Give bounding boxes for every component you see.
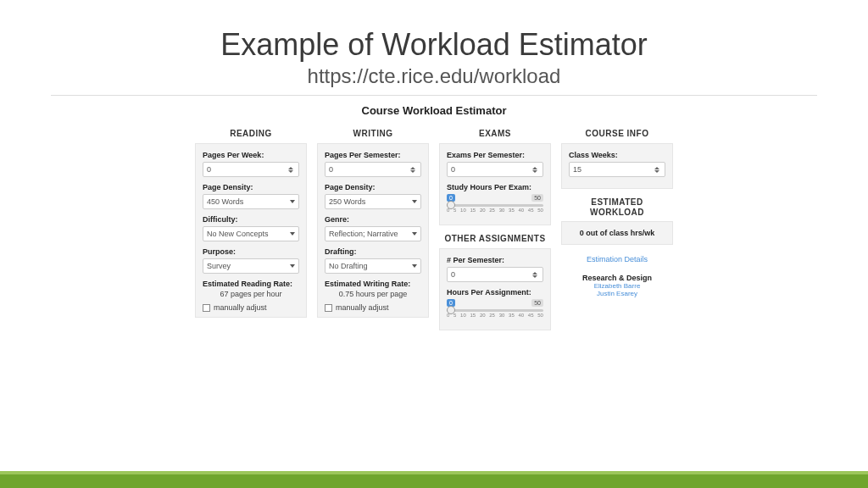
writing-rate-value: 0.75 hours per page xyxy=(325,290,421,298)
slider-ticks: 05101520253035404550 xyxy=(447,208,543,213)
slide-subtitle: https://cte.rice.edu/workload xyxy=(51,64,817,88)
credits-heading: Research & Design xyxy=(561,274,673,282)
reading-difficulty-select[interactable]: No New Concepts xyxy=(203,226,299,241)
other-hours-slider[interactable]: 0 50 05101520253035404550 xyxy=(447,299,543,323)
stepper-icon xyxy=(288,167,295,173)
chevron-down-icon xyxy=(290,200,295,203)
stepper-icon xyxy=(410,167,417,173)
course-heading: COURSE INFO xyxy=(561,129,673,138)
credits-name-2[interactable]: Justin Esarey xyxy=(561,290,673,297)
estimate-value: 0 out of class hrs/wk xyxy=(561,221,673,245)
course-weeks-label: Class Weeks: xyxy=(569,151,665,159)
course-weeks-input[interactable]: 15 xyxy=(569,162,665,177)
course-column: COURSE INFO Class Weeks: 15 ESTIMATED WO… xyxy=(561,129,673,339)
reading-pages-input[interactable]: 0 xyxy=(203,162,299,177)
reading-purpose-select[interactable]: Survey xyxy=(203,258,299,274)
slider-max-bubble: 50 xyxy=(531,194,543,202)
chevron-down-icon xyxy=(290,264,295,268)
reading-density-label: Page Density: xyxy=(203,183,299,191)
slider-ticks: 05101520253035404550 xyxy=(447,313,543,318)
divider xyxy=(51,95,817,96)
exams-study-label: Study Hours Per Exam: xyxy=(447,183,543,191)
exams-heading: EXAMS xyxy=(439,129,551,138)
exams-persem-label: Exams Per Semester: xyxy=(447,151,543,159)
reading-rate-label: Estimated Reading Rate: xyxy=(203,280,299,288)
writing-panel: Pages Per Semester: 0 Page Density: 250 … xyxy=(317,143,429,318)
checkbox-icon xyxy=(325,304,332,312)
other-persem-label: # Per Semester: xyxy=(447,256,543,264)
stepper-icon xyxy=(532,167,539,173)
exams-persem-input[interactable]: 0 xyxy=(447,162,543,177)
reading-density-select[interactable]: 450 Words xyxy=(203,194,299,209)
writing-adjust-row[interactable]: manually adjust xyxy=(325,303,421,312)
estimator-columns: READING Pages Per Week: 0 Page Density: … xyxy=(51,129,817,339)
exams-panel: Exams Per Semester: 0 Study Hours Per Ex… xyxy=(439,143,551,225)
writing-drafting-select[interactable]: No Drafting xyxy=(325,258,421,274)
footer-bar xyxy=(0,471,868,488)
slide-title: Example of Workload Estimator xyxy=(51,27,817,63)
slider-track xyxy=(447,204,543,207)
estimate-heading: ESTIMATED WORKLOAD xyxy=(561,197,673,218)
stepper-icon xyxy=(654,167,661,173)
course-panel: Class Weeks: 15 xyxy=(561,143,673,189)
reading-purpose-label: Purpose: xyxy=(203,247,299,256)
reading-heading: READING xyxy=(195,129,307,138)
slider-track xyxy=(447,309,543,312)
writing-density-select[interactable]: 250 Words xyxy=(325,194,421,209)
other-persem-input[interactable]: 0 xyxy=(447,267,543,282)
writing-pages-label: Pages Per Semester: xyxy=(325,151,421,159)
reading-pages-label: Pages Per Week: xyxy=(203,151,299,159)
chevron-down-icon xyxy=(412,232,417,236)
exams-column: EXAMS Exams Per Semester: 0 Study Hours … xyxy=(439,129,551,339)
reading-rate-value: 67 pages per hour xyxy=(203,290,299,298)
writing-genre-select[interactable]: Reflection; Narrative xyxy=(325,226,421,241)
stepper-icon xyxy=(532,272,539,278)
writing-rate-label: Estimated Writing Rate: xyxy=(325,280,421,288)
exams-study-slider[interactable]: 0 50 05101520253035404550 xyxy=(447,194,543,218)
other-panel: # Per Semester: 0 Hours Per Assignment: … xyxy=(439,248,551,330)
chevron-down-icon xyxy=(290,232,295,236)
writing-density-label: Page Density: xyxy=(325,183,421,191)
writing-heading: WRITING xyxy=(317,129,429,138)
reading-column: READING Pages Per Week: 0 Page Density: … xyxy=(195,129,307,339)
writing-genre-label: Genre: xyxy=(325,215,421,224)
writing-pages-input[interactable]: 0 xyxy=(325,162,421,177)
reading-difficulty-label: Difficulty: xyxy=(203,215,299,224)
app-title: Course Workload Estimator xyxy=(51,104,817,117)
reading-adjust-row[interactable]: manually adjust xyxy=(203,303,299,312)
chevron-down-icon xyxy=(412,264,417,268)
other-heading: OTHER ASSIGNMENTS xyxy=(439,234,551,243)
estimation-details-link[interactable]: Estimation Details xyxy=(561,255,673,263)
chevron-down-icon xyxy=(412,200,417,203)
writing-column: WRITING Pages Per Semester: 0 Page Densi… xyxy=(317,129,429,339)
credits-name-1[interactable]: Elizabeth Barre xyxy=(561,282,673,290)
slider-max-bubble: 50 xyxy=(531,299,543,307)
reading-panel: Pages Per Week: 0 Page Density: 450 Word… xyxy=(195,143,307,318)
other-hours-label: Hours Per Assignment: xyxy=(447,288,543,297)
checkbox-icon xyxy=(203,304,210,312)
writing-drafting-label: Drafting: xyxy=(325,247,421,256)
